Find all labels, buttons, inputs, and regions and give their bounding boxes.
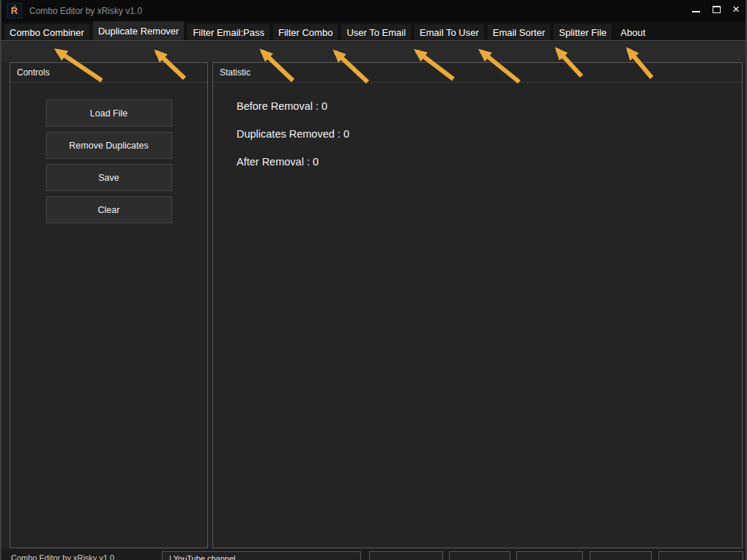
footer-box [516,551,583,560]
footer-box [658,551,743,560]
stat-label: Duplicates Removed [237,128,335,140]
tab-user-to-email[interactable]: User To Email [341,24,411,40]
close-icon: × [728,0,744,19]
tab-bar: Combo Combiner Duplicate Remover Filter … [1,22,746,41]
app-window: Ŕ Combo Editor by xRisky v1.0 × Combo Co… [0,0,747,560]
statistic-panel: Statistic Before Removal : 0 Duplicates … [212,62,743,548]
footer-box [369,551,443,560]
statistic-list: Before Removal : 0 Duplicates Removed : … [213,83,742,184]
tab-about[interactable]: About [615,24,650,40]
footer-bar: Combo Editor by xRisky v1.0 | YouTube ch… [1,549,746,560]
stat-value: 0 [322,100,327,112]
minimize-button[interactable] [688,0,705,20]
minimize-icon [692,11,700,12]
stat-separator: : [304,156,313,168]
save-button[interactable]: Save [46,164,172,191]
footer-box [590,551,652,560]
controls-panel: Controls Load File Remove Duplicates Sav… [10,62,208,548]
footer-app-text: Combo Editor by xRisky v1.0 [11,553,114,560]
youtube-channel-label: | YouTube channel [163,552,360,560]
stat-duplicates-removed: Duplicates Removed : 0 [237,128,742,156]
stat-after-removal: After Removal : 0 [237,156,742,184]
app-logo-icon: Ŕ [7,3,22,18]
footer-box [449,551,510,560]
clear-button[interactable]: Clear [46,196,172,223]
tab-filter-combo[interactable]: Filter Combo [273,24,338,40]
title-bar: Ŕ Combo Editor by xRisky v1.0 × [1,0,746,22]
maximize-button[interactable] [709,0,725,20]
stat-separator: : [335,128,343,140]
controls-button-stack: Load File Remove Duplicates Save Clear [10,83,207,228]
statistic-panel-title: Statistic [213,63,742,83]
toolbar-strip [1,42,746,62]
youtube-channel-box[interactable]: | YouTube channel [162,551,361,560]
stat-before-removal: Before Removal : 0 [237,100,742,128]
load-file-button[interactable]: Load File [46,100,172,127]
tab-combo-combiner[interactable]: Combo Combiner [4,24,89,40]
window-title: Combo Editor by xRisky v1.0 [29,6,142,16]
close-button[interactable]: × [728,0,744,20]
tab-email-sorter[interactable]: Email Sorter [488,24,551,40]
tab-duplicate-remover[interactable]: Duplicate Remover [93,21,185,40]
stat-label: Before Removal [237,100,313,112]
maximize-icon [713,6,721,13]
controls-panel-title: Controls [10,63,207,83]
stat-value: 0 [313,156,319,168]
tab-email-to-user[interactable]: Email To User [415,24,484,40]
tab-filter-email-pass[interactable]: Filter Email:Pass [187,24,270,40]
remove-duplicates-button[interactable]: Remove Duplicates [46,132,172,159]
stat-value: 0 [343,128,349,140]
stat-label: After Removal [237,156,304,168]
tab-splitter-file[interactable]: Splitter File [554,24,612,40]
stat-separator: : [313,100,322,112]
